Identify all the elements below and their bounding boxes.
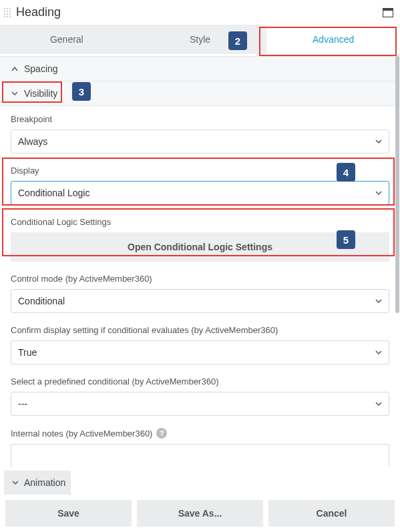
scrollbar-thumb[interactable] (395, 56, 399, 313)
control-mode-value: Conditional (18, 296, 65, 306)
breakpoint-select[interactable]: Always (11, 129, 389, 154)
confirm-label: Confirm display setting if conditional e… (11, 325, 389, 335)
confirm-select[interactable]: True (11, 340, 389, 364)
svg-rect-1 (383, 8, 393, 11)
footer: Animation Save Save As... Cancel (0, 467, 400, 532)
drag-handle-icon[interactable] (4, 8, 11, 17)
footer-buttons: Save Save As... Cancel (0, 495, 400, 532)
chevron-down-icon (375, 347, 382, 358)
panel-title: Heading (16, 5, 383, 19)
display-value: Conditional Logic (18, 188, 89, 198)
notes-label-text: Internal notes (by ActiveMember360) (11, 429, 152, 439)
predefined-select[interactable]: --- (11, 392, 389, 416)
tab-style[interactable]: Style (134, 25, 267, 54)
predefined-value: --- (18, 398, 27, 409)
saveas-button[interactable]: Save As... (137, 500, 263, 527)
predefined-label: Select a predefined conditional (by Acti… (11, 376, 389, 386)
cls-label: Conditional Logic Settings (11, 217, 389, 227)
open-cls-button[interactable]: Open Conditional Logic Settings (11, 232, 389, 262)
control-mode-label: Control mode (by ActiveMember360) (11, 274, 389, 284)
notes-label: Internal notes (by ActiveMember360) ? (11, 428, 389, 439)
tab-general[interactable]: General (0, 25, 134, 54)
chevron-down-icon (375, 296, 382, 306)
scrollbar-track[interactable] (395, 56, 400, 484)
confirm-value: True (18, 347, 37, 358)
chevron-down-icon (375, 188, 382, 198)
chevron-right-icon (11, 65, 19, 73)
section-visibility-label: Visibility (24, 88, 57, 99)
chevron-down-icon (375, 136, 382, 147)
tabs: General Style Advanced (0, 25, 400, 54)
display-label: Display (11, 166, 389, 176)
chevron-down-icon (375, 398, 382, 409)
save-button[interactable]: Save (5, 500, 132, 527)
display-select[interactable]: Conditional Logic (11, 181, 389, 205)
chevron-down-icon (11, 89, 19, 97)
section-animation-header[interactable]: Animation (4, 471, 71, 495)
cancel-button[interactable]: Cancel (268, 500, 395, 527)
section-spacing-header[interactable]: Spacing (0, 56, 400, 81)
chevron-down-icon (12, 479, 19, 487)
section-spacing-label: Spacing (24, 63, 58, 74)
window-mode-icon[interactable] (383, 8, 393, 17)
tab-advanced[interactable]: Advanced (266, 25, 400, 54)
section-animation-label: Animation (24, 477, 65, 488)
control-mode-select[interactable]: Conditional (11, 289, 389, 313)
section-visibility-header[interactable]: Visibility (0, 81, 400, 105)
panel-header: Heading (0, 0, 400, 25)
help-icon[interactable]: ? (156, 428, 167, 439)
section-visibility-body: Breakpoint Always Display Conditional Lo… (0, 105, 400, 484)
breakpoint-label: Breakpoint (11, 114, 389, 124)
breakpoint-value: Always (18, 136, 47, 147)
content-scroll[interactable]: Spacing Visibility Breakpoint Always Dis… (0, 56, 400, 484)
